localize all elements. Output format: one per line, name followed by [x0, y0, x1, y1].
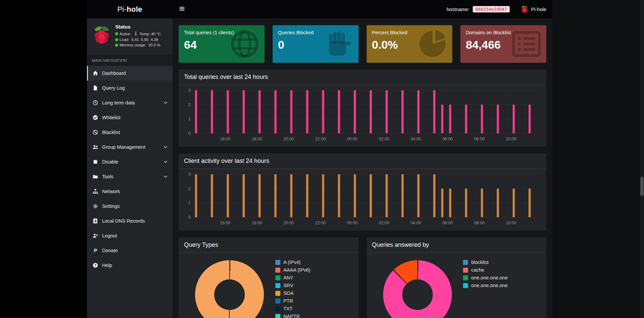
- y-axis-labels: 0123: [188, 172, 191, 220]
- scrollbar-thumb[interactable]: [640, 177, 644, 196]
- sidebar-item-group-management[interactable]: Group Management: [87, 140, 173, 154]
- svg-text:2: 2: [188, 102, 191, 107]
- svg-text:22:00: 22:00: [315, 221, 326, 225]
- legend-swatch: [463, 275, 468, 280]
- legend-item-srv[interactable]: SRV: [275, 283, 353, 288]
- legend-label: AAAA (IPv6): [283, 267, 311, 273]
- status-title: Status: [115, 24, 163, 30]
- svg-text:16:00: 16:00: [220, 137, 230, 141]
- sidebar-item-help[interactable]: ?Help: [87, 258, 173, 273]
- question-icon: ?: [92, 263, 98, 268]
- sidebar-item-network[interactable]: Network: [87, 184, 173, 199]
- navbar-right: hostname: 666154e2d947 Pi-hole: [447, 0, 552, 18]
- legend-label: TXT: [283, 306, 292, 311]
- legend-label: blocklist: [471, 260, 489, 265]
- hamburger-icon: [179, 6, 185, 13]
- brand-suffix: hole: [127, 5, 142, 14]
- card-value: 64: [184, 38, 259, 51]
- sidebar-item-label: Donate: [102, 248, 118, 253]
- legend-label: SOA: [283, 290, 294, 296]
- sidebar-item-label: Blacklist: [102, 130, 120, 135]
- sidebar-item-label: Help: [102, 263, 112, 268]
- legend-swatch: [463, 283, 468, 288]
- legend-item-naptr[interactable]: NAPTR: [275, 314, 353, 318]
- sidebar-item-settings[interactable]: Settings: [87, 199, 173, 214]
- legend-item-ptr[interactable]: PTR: [275, 298, 353, 304]
- folder-icon: [92, 174, 98, 179]
- bars-group[interactable]: [195, 174, 531, 217]
- legend-item-soa[interactable]: SOA: [275, 290, 353, 296]
- total-queries-bar-chart[interactable]: 012316:0018:0020:0022:0000:0002:0004:000…: [183, 88, 542, 145]
- card-value: 0: [278, 38, 353, 51]
- hostname-value-badge: 666154e2d947: [473, 6, 510, 12]
- sidebar-item-dashboard[interactable]: Dashboard: [87, 66, 173, 81]
- svg-text:04:00: 04:00: [411, 137, 421, 141]
- card-title: Percent Blocked: [372, 30, 447, 35]
- sidebar-item-donate[interactable]: PDonate: [87, 243, 173, 258]
- navbar-pihole-link[interactable]: Pi-hole: [520, 5, 546, 13]
- svg-text:10:00: 10:00: [506, 221, 516, 225]
- total-queries-panel: Total queries over last 24 hours 012316:…: [179, 70, 546, 147]
- queries-answered-by-donut-chart[interactable]: [383, 260, 452, 318]
- bars-group[interactable]: [195, 90, 531, 133]
- sidebar-item-tools[interactable]: Tools: [87, 169, 173, 184]
- sidebar-item-local-dns-records[interactable]: Local DNS Records: [87, 214, 173, 228]
- x-axis-labels: 16:0018:0020:0022:0000:0002:0004:0006:00…: [220, 137, 516, 141]
- client-activity-bar-chart[interactable]: 012316:0018:0020:0022:0000:0002:0004:000…: [183, 172, 542, 229]
- check-circle-icon: [92, 115, 98, 120]
- sidebar-item-whitelist[interactable]: Whitelist: [87, 110, 173, 125]
- status-part: Temp: 40 °C: [134, 31, 160, 36]
- status-part: Load: 5.41 5.65 4.38: [115, 38, 158, 42]
- legend-label: A (IPv4): [283, 260, 301, 265]
- gears-icon: [92, 203, 98, 209]
- logout-icon: [92, 233, 98, 238]
- sidebar-toggle-button[interactable]: [173, 0, 191, 18]
- svg-text:22:00: 22:00: [315, 137, 326, 141]
- sidebar-item-disable[interactable]: Disable: [87, 154, 173, 169]
- legend-item-cache[interactable]: cache: [463, 267, 541, 273]
- client-activity-panel: Client activity over last 24 hours 01231…: [179, 153, 546, 231]
- legend-swatch: [275, 268, 280, 273]
- file-icon: [92, 85, 98, 91]
- svg-text:P: P: [94, 248, 97, 253]
- legend-swatch: [275, 314, 280, 318]
- status-row: Load: 5.41 5.65 4.38: [115, 38, 163, 42]
- sidebar-item-label: Whitelist: [102, 115, 121, 120]
- chart1-svg: 012316:0018:0020:0022:0000:0002:0004:000…: [183, 172, 542, 229]
- sidebar-item-query-log[interactable]: Query Log: [87, 81, 173, 95]
- legend-swatch: [275, 306, 280, 311]
- legend-item-aaaa-ipv6-[interactable]: AAAA (IPv6): [275, 267, 353, 273]
- legend-item-blocklist[interactable]: blocklist: [463, 260, 541, 265]
- legend-label: SRV: [283, 283, 293, 288]
- stop-icon: [92, 159, 98, 165]
- card-title: Queries Blocked: [278, 30, 353, 35]
- page-scrollbar[interactable]: [640, 0, 644, 318]
- sidebar-item-logout[interactable]: Logout: [87, 228, 173, 243]
- thermometer-icon: [134, 31, 138, 36]
- legend-item-any[interactable]: ANY: [275, 275, 353, 280]
- sidebar-item-long-term-data[interactable]: Long term data: [87, 95, 173, 110]
- svg-text:08:00: 08:00: [474, 137, 485, 141]
- legend-label: NAPTR: [283, 314, 300, 318]
- svg-text:18:00: 18:00: [252, 137, 262, 141]
- status-text: Temp: 40 °C: [139, 32, 160, 36]
- legend-label: PTR: [283, 298, 293, 304]
- svg-text:3: 3: [188, 88, 191, 93]
- query-types-donut-chart[interactable]: [195, 260, 264, 318]
- legend-item-one-one-one-one[interactable]: one.one.one.one: [463, 275, 541, 280]
- legend-item-one-one-one-one[interactable]: one.one.one.one: [463, 283, 541, 288]
- bottom-panels-row: Query Types A (IPv4)AAAA (IPv6)ANYSRVSOA…: [179, 237, 546, 318]
- sidebar-item-blacklist[interactable]: Blacklist: [87, 125, 173, 140]
- legend-label: one.one.one.one: [471, 275, 508, 280]
- ban-icon: [92, 130, 98, 135]
- status-text: Memory usage: 20.0 %: [120, 43, 160, 47]
- legend-item-a-ipv4-[interactable]: A (IPv4): [275, 260, 353, 265]
- pihole-admin-app: Pi-hole hostname: 666154e2d947 Pi-hole S…: [87, 0, 552, 318]
- sidebar-menu: DashboardQuery LogLong term dataWhitelis…: [87, 66, 173, 273]
- users-icon: [92, 144, 98, 150]
- legend-swatch: [275, 260, 280, 265]
- legend-item-txt[interactable]: TXT: [275, 306, 353, 311]
- brand-logo[interactable]: Pi-hole: [87, 0, 173, 18]
- card-value: 84,466: [466, 38, 541, 51]
- card-value: 0.0%: [372, 38, 447, 51]
